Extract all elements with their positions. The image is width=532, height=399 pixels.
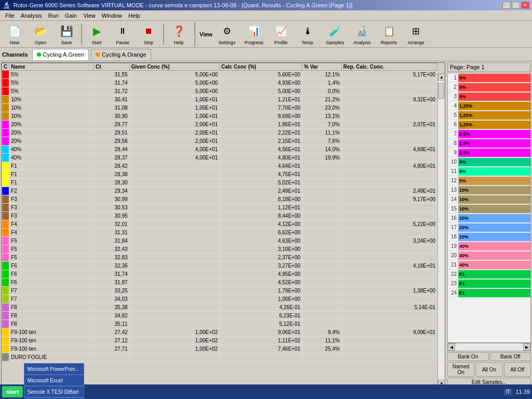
menu-item-analysis[interactable]: Analysis xyxy=(18,12,45,19)
row-rep-calc xyxy=(341,129,437,137)
row-color-indicator xyxy=(2,162,9,170)
settings-button[interactable]: ⚙ Settings xyxy=(215,22,240,47)
page-list-item[interactable]: 1720% xyxy=(448,223,530,232)
row-color-indicator xyxy=(2,212,9,220)
page-row-bar: 2,5% xyxy=(458,130,530,138)
start-button[interactable]: ▶ Start xyxy=(84,22,109,47)
page-list-item[interactable]: 2140% xyxy=(448,260,530,270)
channel-tab-green[interactable]: Cycling A.Green xyxy=(32,49,89,60)
taskbar-item[interactable]: Semole X TESI DiBari xyxy=(24,386,84,397)
samples-button[interactable]: 🧪 Samples xyxy=(323,22,348,47)
page-list-item[interactable]: 125% xyxy=(448,176,530,185)
table-scroll[interactable]: C Name Ct Given Conc (%) Calc Conc (%) %… xyxy=(2,63,437,387)
page-list-item[interactable]: 1410% xyxy=(448,195,530,204)
row-color-indicator xyxy=(2,112,9,121)
new-button[interactable]: 📄 New xyxy=(2,22,27,47)
taskbar-item[interactable]: Microsoft PowerPoin... xyxy=(24,363,84,375)
open-button[interactable]: 📂 Open xyxy=(28,22,53,47)
page-list-item[interactable]: 20% xyxy=(448,83,530,92)
menu-item-help[interactable]: Help xyxy=(125,12,143,19)
page-list-item[interactable]: 1510% xyxy=(448,204,530,214)
progress-button[interactable]: 📊 Progress xyxy=(242,22,267,47)
samples-label: Samples xyxy=(326,40,344,45)
taskbar-item[interactable]: Microsoft Excel xyxy=(24,375,84,386)
page-list-item[interactable]: 51,25% xyxy=(448,111,530,120)
bank-on-button[interactable]: Bank On xyxy=(447,352,489,361)
scroll-up-button[interactable]: ▲ xyxy=(438,73,445,81)
row-ct: 31,84 xyxy=(94,237,129,245)
help-button[interactable]: ❓ Help xyxy=(166,22,191,47)
page-list-item[interactable]: 10% xyxy=(448,73,530,83)
page-list-item[interactable]: 105% xyxy=(448,157,530,167)
menu-item-view[interactable]: View xyxy=(80,12,99,19)
page-list-item[interactable]: 1310% xyxy=(448,185,530,195)
page-list-item[interactable]: 82,5% xyxy=(448,139,530,148)
bank-off-button[interactable]: Bank Off xyxy=(490,352,531,361)
start-button[interactable]: start xyxy=(2,386,23,397)
analysis-button[interactable]: 🔬 Analysis xyxy=(350,22,375,47)
row-pvar xyxy=(302,295,342,303)
page-list-item[interactable]: 2040% xyxy=(448,251,530,260)
scroll-track[interactable] xyxy=(438,81,445,380)
save-button[interactable]: 💾 Save xyxy=(54,22,79,47)
arrange-button[interactable]: ⊞ Arrange xyxy=(404,22,429,47)
page-list-item[interactable]: 24F1 xyxy=(448,288,530,298)
page-list-item[interactable]: 23F1 xyxy=(448,279,530,288)
table-row: 5%31,725,00E+005,00E+000,0% xyxy=(2,87,437,96)
row-name: 5% xyxy=(9,71,94,79)
page-list-item[interactable]: 1620% xyxy=(448,214,530,223)
row-given-conc xyxy=(129,229,219,237)
restore-button[interactable]: □ xyxy=(512,2,520,9)
row-rep-calc: 9,32E+00 xyxy=(341,96,437,104)
row-given-conc xyxy=(129,295,219,303)
page-list-item[interactable]: 22F1 xyxy=(448,270,530,279)
pause-button[interactable]: ⏸ Pause xyxy=(110,22,135,47)
page-list-item[interactable]: 92,5% xyxy=(448,148,530,157)
temp-label: Temp. xyxy=(302,40,315,45)
vertical-scrollbar[interactable]: ▲ ▼ xyxy=(437,73,445,387)
page-list-item[interactable]: 30% xyxy=(448,92,530,101)
all-off-button[interactable]: All Off xyxy=(504,362,531,377)
main-wrapper: 🔬 Rotor-Gene 6000 Series Software VIRTUA… xyxy=(0,0,532,399)
page-list-item[interactable]: 1820% xyxy=(448,232,530,242)
page-list-item[interactable]: 72,5% xyxy=(448,129,530,139)
table-row: F330,531,12E+01 xyxy=(2,204,437,212)
channel-tab-orange[interactable]: Cycling A.Orange xyxy=(91,49,151,60)
table-row: F9-100 ten27,121,00E+021,11E+0211,1% xyxy=(2,337,437,345)
col-header-c: C xyxy=(2,63,9,71)
menu-item-file[interactable]: File xyxy=(2,12,18,19)
named-on-button[interactable]: Named On xyxy=(447,362,474,377)
help-icon: ❓ xyxy=(170,23,187,39)
table-row: 40%28,444,00E+014,56E+0114,0%4,68E+01 xyxy=(2,145,437,154)
sidebar-horizontal-scroll[interactable]: ◀ ▶ xyxy=(447,343,531,351)
scroll-left-button[interactable]: ◀ xyxy=(448,343,455,351)
profile-button[interactable]: 📈 Profile xyxy=(269,22,294,47)
menu-item-window[interactable]: Window xyxy=(99,12,125,19)
temp-button[interactable]: 🌡 Temp. xyxy=(296,22,321,47)
scroll-thumb[interactable] xyxy=(438,83,444,99)
minimize-button[interactable]: _ xyxy=(502,2,511,9)
row-color-indicator xyxy=(2,303,9,312)
page-list-item[interactable]: 1940% xyxy=(448,242,530,251)
row-ct: 31,08 xyxy=(94,104,129,112)
menu-item-gain[interactable]: Gain xyxy=(62,12,80,19)
page-list-item[interactable]: 41,25% xyxy=(448,101,530,111)
page-row-bar: 20% xyxy=(458,233,530,241)
row-color-indicator xyxy=(2,104,9,112)
table-row: 10%30,411,00E+011,21E+0121,2%9,32E+00 xyxy=(2,96,437,104)
row-color-indicator xyxy=(2,145,9,154)
stop-button[interactable]: ⏹ Stop xyxy=(136,22,161,47)
all-on-button[interactable]: All On xyxy=(475,362,502,377)
reports-icon: 📋 xyxy=(381,23,397,39)
bank-button-row: Bank On Bank Off xyxy=(447,352,531,361)
page-row-bar: 0% xyxy=(458,92,530,101)
scroll-track-h[interactable] xyxy=(455,343,523,351)
reports-button[interactable]: 📋 Reports xyxy=(377,22,402,47)
page-row-bar: 40% xyxy=(458,251,530,260)
page-list[interactable]: 10%20%30%41,25%51,25%61,25%72,5%82,5%92,… xyxy=(447,73,531,343)
menu-item-run[interactable]: Run xyxy=(45,12,62,19)
close-button[interactable]: ✕ xyxy=(521,2,529,9)
scroll-right-button[interactable]: ▶ xyxy=(523,343,530,351)
page-list-item[interactable]: 115% xyxy=(448,167,530,176)
page-list-item[interactable]: 61,25% xyxy=(448,120,530,129)
